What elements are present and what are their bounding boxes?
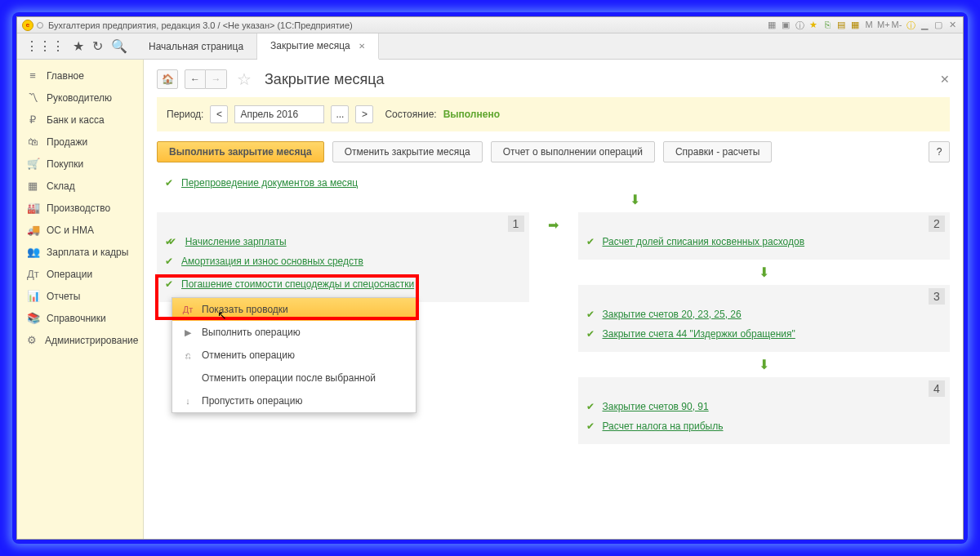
context-cancel-after[interactable]: Отменить операции после выбранной: [172, 367, 416, 389]
cart-icon: 🛒: [27, 158, 38, 170]
status-value: Выполнено: [443, 109, 500, 120]
op-reprocess[interactable]: Перепроведение документов за месяц: [181, 177, 358, 189]
context-menu: ДтПоказать проводки ▶Выполнить операцию …: [172, 297, 416, 413]
tab-home[interactable]: Начальная страница: [136, 33, 257, 59]
grid-icon[interactable]: ▦: [766, 20, 777, 31]
period-next-button[interactable]: >: [355, 105, 373, 123]
minimize-icon[interactable]: ▁: [919, 20, 930, 31]
help-button[interactable]: ?: [929, 141, 950, 162]
arrow-down-icon: ⬇: [320, 192, 950, 207]
cursor-icon: ↖: [217, 309, 227, 322]
entries-icon: Дт: [182, 305, 194, 314]
search-icon[interactable]: 🔍: [111, 38, 127, 54]
app-icon[interactable]: ▣: [780, 20, 791, 31]
status-label: Состояние:: [385, 109, 436, 120]
sidebar-item-ops[interactable]: ДтОперации: [17, 263, 143, 285]
window-title: Бухгалтерия предприятия, редакция 3.0 / …: [48, 20, 353, 30]
sidebar-item-production[interactable]: 🏭Производство: [17, 197, 143, 219]
op-close-9091[interactable]: Закрытие счетов 90, 91: [603, 401, 709, 412]
period-picker-button[interactable]: ...: [331, 105, 349, 123]
truck-icon: 🚚: [27, 224, 38, 236]
stage-4-number: 4: [929, 380, 945, 397]
back-button[interactable]: ←: [185, 69, 206, 89]
m-plus-icon[interactable]: M+: [877, 20, 889, 31]
op-profit-tax[interactable]: Расчет налога на прибыль: [603, 420, 724, 432]
left-sidebar: ≡Главное 〽Руководителю ₽Банк и касса 🛍Пр…: [17, 60, 144, 539]
check-icon: ✔: [165, 256, 173, 267]
context-cancel[interactable]: ⎌Отменить операцию: [172, 344, 416, 367]
star-fav-icon[interactable]: ★: [808, 20, 819, 31]
stage-2-block: 2 ✔Расчет долей списания косвенных расхо…: [578, 212, 951, 260]
top-toolbar: ⋮⋮⋮ ★ ↻ 🔍 Начальная страница Закрытие ме…: [17, 33, 963, 60]
op-close-44[interactable]: Закрытие счета 44 "Издержки обращения": [603, 328, 795, 340]
people-icon: 👥: [27, 246, 38, 258]
ops-icon: Дт: [27, 268, 38, 280]
calc-button[interactable]: Справки - расчеты: [663, 141, 772, 162]
sidebar-item-bank[interactable]: ₽Банк и касса: [17, 109, 143, 131]
close-window-icon[interactable]: ✕: [947, 20, 958, 31]
sidebar-item-purchases[interactable]: 🛒Покупки: [17, 153, 143, 175]
arrow-down-icon: ⬇: [578, 265, 951, 280]
tab-close-icon[interactable]: ✕: [359, 42, 365, 51]
tab-close-month[interactable]: Закрытие месяца ✕: [257, 33, 379, 60]
context-execute[interactable]: ▶Выполнить операцию: [172, 321, 416, 344]
check-icon: ✔: [165, 278, 173, 290]
link-icon[interactable]: ⎘: [822, 20, 833, 31]
close-page-icon[interactable]: ✕: [940, 73, 950, 86]
op-indirect[interactable]: Расчет долей списания косвенных расходов: [603, 236, 805, 247]
sidebar-item-manager[interactable]: 〽Руководителю: [17, 87, 143, 109]
cancel-button[interactable]: Отменить закрытие месяца: [332, 141, 483, 162]
skip-icon: ↓: [182, 396, 194, 406]
boxes-icon: ▦: [27, 180, 38, 192]
sidebar-item-stock[interactable]: ▦Склад: [17, 175, 143, 197]
check-icon: ✔: [586, 420, 595, 432]
maximize-icon[interactable]: ▢: [933, 20, 944, 31]
book-icon: 📚: [27, 312, 38, 324]
sidebar-item-main[interactable]: ≡Главное: [17, 64, 143, 87]
sidebar-item-salary[interactable]: 👥Зарплата и кадры: [17, 241, 143, 263]
window-titlebar: e Бухгалтерия предприятия, редакция 3.0 …: [17, 17, 963, 33]
ruble-icon: ₽: [27, 113, 38, 126]
help-icon[interactable]: ⓘ: [905, 20, 916, 31]
period-prev-button[interactable]: <: [210, 105, 228, 123]
op-salary[interactable]: Начисление зарплаты: [185, 236, 287, 247]
home-button[interactable]: 🏠: [157, 69, 178, 89]
history-icon[interactable]: ↻: [92, 38, 103, 54]
context-show-entries[interactable]: ДтПоказать проводки: [172, 298, 416, 321]
info-icon[interactable]: ⓘ: [794, 20, 805, 31]
stage-4-block: 4 ✔Закрытие счетов 90, 91 ✔Расчет налога…: [578, 377, 951, 444]
m-minus-icon[interactable]: M-: [891, 20, 902, 31]
sidebar-item-refs[interactable]: 📚Справочники: [17, 307, 143, 329]
sidebar-item-sales[interactable]: 🛍Продажи: [17, 131, 143, 153]
run-button[interactable]: Выполнить закрытие месяца: [157, 141, 324, 162]
forward-button[interactable]: →: [206, 69, 227, 89]
stage-1-number: 1: [508, 216, 524, 232]
arrow-down-icon: ⬇: [578, 357, 951, 372]
stage-3-block: 3 ✔Закрытие счетов 20, 23, 25, 26 ✔Закры…: [578, 285, 951, 352]
cancel-icon: ⎌: [182, 350, 194, 360]
stage-2-number: 2: [929, 216, 945, 232]
check-icon: ✔: [586, 309, 595, 320]
status-dot-icon: [37, 22, 43, 29]
check-icon: ✔: [586, 328, 595, 340]
favorite-star-icon[interactable]: ☆: [237, 69, 252, 89]
bars-icon: 📊: [27, 290, 38, 302]
op-spec[interactable]: Погашение стоимости спецодежды и спецосн…: [181, 278, 414, 290]
sidebar-item-assets[interactable]: 🚚ОС и НМА: [17, 219, 143, 241]
check-icon: ✔: [165, 177, 173, 189]
titlebar-controls: ▦ ▣ ⓘ ★ ⎘ ▤ ▦ M M+ M- ⓘ ▁ ▢ ✕: [766, 20, 958, 31]
star-icon[interactable]: ★: [73, 38, 84, 54]
op-amort[interactable]: Амортизация и износ основных средств: [181, 256, 363, 267]
sidebar-item-reports[interactable]: 📊Отчеты: [17, 285, 143, 307]
m-icon[interactable]: M: [863, 20, 875, 31]
page-title: Закрытие месяца: [265, 71, 384, 88]
stage-3-number: 3: [929, 288, 945, 305]
calendar-icon[interactable]: ▦: [849, 20, 861, 31]
op-close-2025[interactable]: Закрытие счетов 20, 23, 25, 26: [603, 309, 742, 320]
sidebar-item-admin[interactable]: ⚙Администрирование: [17, 329, 143, 351]
report-button[interactable]: Отчет о выполнении операций: [491, 141, 655, 162]
calc-icon[interactable]: ▤: [835, 20, 847, 31]
period-input[interactable]: Апрель 2016: [234, 105, 324, 123]
apps-icon[interactable]: ⋮⋮⋮: [25, 38, 65, 54]
context-skip[interactable]: ↓Пропустить операцию: [172, 389, 416, 412]
